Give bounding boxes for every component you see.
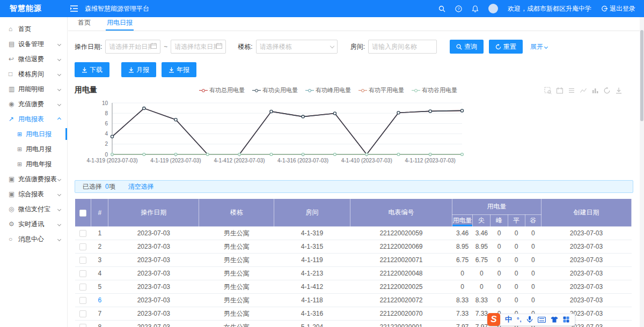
download-button[interactable]: 下载 xyxy=(75,62,109,77)
user-avatar[interactable] xyxy=(488,4,498,13)
table-row: 62023-07-03男生公寓4-1-1182212200200728.338.… xyxy=(75,294,632,307)
chart-toolbox xyxy=(544,87,623,94)
sidebar-item-summary-report[interactable]: ▣综合报表 xyxy=(0,187,67,202)
tab-item[interactable]: 首页 xyxy=(77,17,92,31)
vertical-scrollbar[interactable] xyxy=(640,17,644,327)
message-icon: ○ xyxy=(9,235,18,243)
device-icon: ▤ xyxy=(9,40,18,48)
sidebar-collapse-icon[interactable] xyxy=(70,5,78,12)
data-view-icon[interactable] xyxy=(568,87,575,94)
sidebar-item-home[interactable]: ⌂首页 xyxy=(0,21,67,36)
room-input[interactable]: 请输入房间名称 xyxy=(368,40,437,54)
refund-icon: ↩ xyxy=(9,55,18,63)
select-all-checkbox[interactable] xyxy=(79,210,86,217)
skin-shirt-icon[interactable] xyxy=(551,316,558,323)
svg-text:4-1-316 (2023-07-03): 4-1-316 (2023-07-03) xyxy=(277,158,328,164)
end-date-input[interactable]: 请选择结束日期 xyxy=(171,40,226,54)
sidebar-item-building[interactable]: □楼栋房间 xyxy=(0,66,67,81)
sidebar-item-report[interactable]: ↗用电报表 xyxy=(0,112,67,127)
home-icon: ⌂ xyxy=(9,25,18,33)
ime-chinese-mode-icon[interactable]: 中 xyxy=(505,315,512,324)
sidebar-item-realtime[interactable]: ⚙实时通讯 xyxy=(0,217,67,232)
legend-item[interactable]: 有功平用电量 xyxy=(358,86,404,94)
logout-button[interactable]: 退出登录 xyxy=(601,4,635,13)
row-checkbox[interactable] xyxy=(79,243,86,250)
sogou-logo-icon[interactable]: S xyxy=(487,313,500,326)
row-checkbox[interactable] xyxy=(79,324,86,327)
welcome-text: 欢迎，成都市新都区升庵中学 xyxy=(508,4,591,13)
column-header-meter-no: 电表编号 xyxy=(350,199,452,227)
chevron-icon xyxy=(57,87,61,91)
legend-item[interactable]: 有功尖用电量 xyxy=(252,86,298,94)
restore-icon[interactable] xyxy=(603,87,611,94)
report-icon: ↗ xyxy=(9,115,18,123)
line-chart-icon[interactable] xyxy=(580,87,587,94)
column-header-usage[interactable]: 用电量 xyxy=(452,215,473,227)
save-image-icon[interactable] xyxy=(615,87,623,94)
search-icon[interactable] xyxy=(438,5,445,12)
toolbox-grid-icon[interactable] xyxy=(563,316,569,323)
row-checkbox[interactable] xyxy=(79,310,86,317)
yearly-report-button[interactable]: 年报 xyxy=(162,62,196,77)
sidebar-item-recharge-report[interactable]: ▣充值缴费报表 xyxy=(0,172,67,187)
column-header-building: 楼栋 xyxy=(199,199,274,227)
row-checkbox[interactable] xyxy=(79,230,86,237)
legend-marker-icon xyxy=(199,89,208,92)
legend-item[interactable]: 有功总用电量 xyxy=(199,86,245,94)
report-table: # 操作日期 楼栋 房间 电表编号 用电量 创建日期 用电量 尖 峰 平 谷 xyxy=(75,198,632,327)
row-checkbox[interactable] xyxy=(79,257,86,264)
legend-marker-icon xyxy=(358,89,367,92)
clear-selection-link[interactable]: 清空选择 xyxy=(128,182,154,191)
bell-icon[interactable] xyxy=(472,5,479,12)
sidebar-item-device[interactable]: ▤设备管理 xyxy=(0,36,67,51)
query-button[interactable]: 查询 xyxy=(450,40,484,54)
legend-item[interactable]: 有功谷用电量 xyxy=(412,86,457,94)
svg-text:0: 0 xyxy=(105,152,108,158)
legend-item[interactable]: 有功峰用电量 xyxy=(305,86,351,94)
table-row: 42023-07-03男生公寓4-1-213221220020048000002… xyxy=(75,267,632,280)
building-select[interactable]: 请选择楼栋 xyxy=(256,40,338,54)
chart-section: 用电量 有功总用电量有功尖用电量有功峰用电量有功平用电量有功谷用电量 02468… xyxy=(68,83,640,174)
microphone-icon[interactable] xyxy=(526,316,533,323)
sidebar-subitem[interactable]: ⊞用电月报 xyxy=(0,142,67,157)
keyboard-icon[interactable] xyxy=(538,317,546,323)
column-header-flat[interactable]: 平 xyxy=(508,215,525,227)
sidebar-item-recharge[interactable]: ◉充值缴费 xyxy=(0,96,67,112)
bar-chart-icon[interactable] xyxy=(591,87,599,94)
monthly-report-button[interactable]: 月报 xyxy=(121,62,156,77)
sidebar-subitem[interactable]: ⊞用电年报 xyxy=(0,157,67,172)
table-icon: ⊞ xyxy=(17,161,26,168)
help-icon[interactable]: ? xyxy=(455,5,462,12)
reset-button[interactable]: 重置 xyxy=(489,40,523,54)
column-header-valley[interactable]: 谷 xyxy=(525,215,541,227)
sidebar-item-message[interactable]: ○消息中心 xyxy=(0,232,67,247)
column-header-peak[interactable]: 峰 xyxy=(491,215,508,227)
expand-link[interactable]: 展开 xyxy=(530,42,547,51)
tab-active[interactable]: 用电日报 xyxy=(106,17,134,31)
chart-title: 用电量 xyxy=(75,85,97,94)
column-header-sharp[interactable]: 尖 xyxy=(473,215,491,227)
chevron-icon xyxy=(57,192,61,196)
sidebar-item-refund[interactable]: ↩微信退费 xyxy=(0,51,67,66)
platform-title: 森维智慧能源管理平台 xyxy=(85,4,149,13)
svg-text:10: 10 xyxy=(102,100,108,106)
ime-punctuation-icon[interactable]: °, xyxy=(517,316,522,323)
row-checkbox[interactable] xyxy=(79,284,86,291)
svg-text:2: 2 xyxy=(105,141,108,147)
row-checkbox[interactable] xyxy=(79,270,86,277)
svg-text:6: 6 xyxy=(105,121,108,127)
row-checkbox[interactable] xyxy=(79,297,86,304)
recharge-icon: ◉ xyxy=(9,100,18,108)
sidebar-subitem[interactable]: ⊞用电日报 xyxy=(0,127,67,142)
scrollbar-thumb[interactable] xyxy=(640,30,643,121)
sidebar: ⌂首页▤设备管理↩微信退费□楼栋房间▥用能明细◉充值缴费↗用电报表⊞用电日报⊞用… xyxy=(0,17,68,327)
ime-toolbar: S 中 °, xyxy=(487,313,575,326)
building-icon: □ xyxy=(9,70,18,78)
select-all-header xyxy=(75,199,91,227)
realtime-icon: ⚙ xyxy=(9,220,18,228)
sidebar-item-wechat-alipay[interactable]: ◎微信支付宝 xyxy=(0,202,67,217)
sidebar-item-usage-detail[interactable]: ▥用能明细 xyxy=(0,81,67,96)
zoom-reset-icon[interactable] xyxy=(556,87,564,94)
start-date-input[interactable]: 请选择开始日期 xyxy=(105,40,160,54)
zoom-select-icon[interactable] xyxy=(544,87,552,94)
